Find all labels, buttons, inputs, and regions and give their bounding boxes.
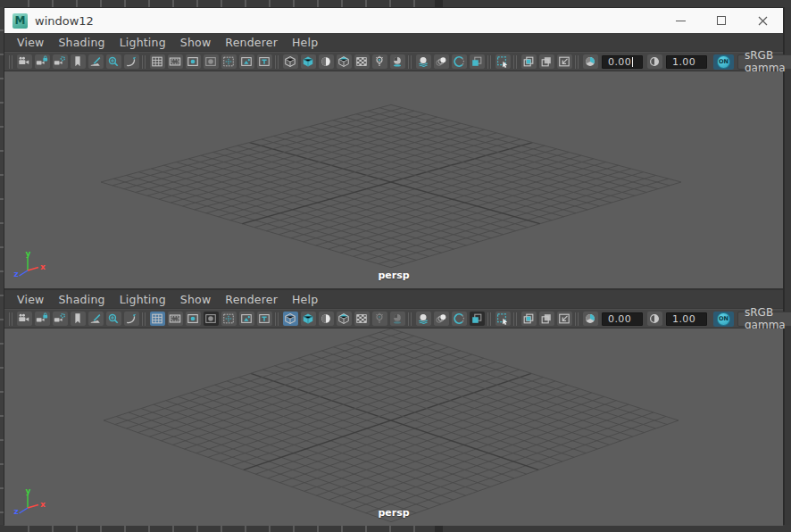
toolbar-button-pan-zoom-2d[interactable] <box>106 54 121 69</box>
gamma-field[interactable]: 1.00 <box>666 312 707 326</box>
toolbar-button-wireframe[interactable] <box>283 54 298 69</box>
toolbar-button-textured[interactable] <box>337 54 352 69</box>
toolbar-button-grease-pencil-draw[interactable] <box>124 312 139 326</box>
toolbar-grip[interactable] <box>513 55 518 69</box>
toolbar-grip[interactable] <box>408 312 412 326</box>
menu-item-show[interactable]: Show <box>173 36 219 49</box>
toolbar-button-field-chart[interactable] <box>221 312 237 326</box>
toolbar-button-gate-mask[interactable] <box>204 54 219 69</box>
toolbar-button-default-material[interactable] <box>319 54 334 69</box>
color-transform-select[interactable]: sRGB gamma <box>737 54 791 70</box>
toolbar-button-grease-pencil-draw[interactable] <box>124 54 139 69</box>
color-management-toggle[interactable]: ON <box>713 54 734 70</box>
toolbar-button-image-plane[interactable] <box>557 312 572 326</box>
toolbar-button-isolate-select[interactable] <box>495 54 511 69</box>
menu-item-lighting[interactable]: Lighting <box>112 36 173 49</box>
toolbar-button-anti-aliasing[interactable] <box>452 312 467 326</box>
toolbar-button-bookmark[interactable] <box>71 54 86 69</box>
toolbar-grip[interactable] <box>575 55 579 69</box>
toolbar-grip[interactable] <box>487 312 492 326</box>
toolbar-button-resolution-gate[interactable] <box>186 312 201 326</box>
viewport-bottom[interactable]: yxzpersp <box>4 328 783 526</box>
toolbar-button-smooth-shade[interactable] <box>301 312 316 326</box>
toolbar-button-film-gate[interactable] <box>168 54 183 69</box>
menu-item-help[interactable]: Help <box>285 36 325 49</box>
toolbar-button-textured[interactable] <box>337 312 352 326</box>
toolbar-grip[interactable] <box>142 312 146 326</box>
toolbar-button-pan-zoom-2d[interactable] <box>106 312 121 326</box>
toolbar-button-wireframe-on-shaded[interactable] <box>354 312 370 326</box>
gamma-field[interactable]: 1.00 <box>666 55 707 69</box>
toolbar-button-safe-action[interactable] <box>239 54 254 69</box>
toolbar-button-screen-space-ao[interactable] <box>416 54 431 69</box>
toolbar-grip[interactable] <box>275 312 279 326</box>
toolbar-button-shadows[interactable] <box>390 54 405 69</box>
menu-item-view[interactable]: View <box>10 36 51 49</box>
toolbar-button-film-gate[interactable] <box>168 312 183 326</box>
toolbar-button-tear-off-copy[interactable] <box>521 54 537 69</box>
toolbar-button-multisample[interactable] <box>470 54 485 69</box>
toolbar-button-tear-off[interactable] <box>539 312 554 326</box>
toolbar-button-shadows[interactable] <box>390 312 405 326</box>
toolbar-button-anti-aliasing[interactable] <box>452 54 467 69</box>
toolbar-button-lights[interactable] <box>372 54 387 69</box>
toolbar-button-default-material[interactable] <box>319 312 334 326</box>
toolbar-grip[interactable] <box>142 55 146 69</box>
toolbar-button-lights[interactable] <box>372 312 387 326</box>
toolbar-grip[interactable] <box>9 312 13 326</box>
toolbar-button-grease-pencil[interactable] <box>88 54 104 69</box>
toolbar-grip[interactable] <box>487 55 492 69</box>
exposure-field[interactable]: 0.00 <box>602 312 643 326</box>
toolbar-button-wireframe-on-shaded[interactable] <box>354 54 370 69</box>
toolbar-button-multisample[interactable] <box>470 312 485 326</box>
toolbar-grip[interactable] <box>513 312 518 326</box>
toolbar-button-camera-select[interactable] <box>17 54 32 69</box>
toolbar-button-motion-blur[interactable] <box>434 312 449 326</box>
toolbar-button-safe-action[interactable] <box>239 312 254 326</box>
toolbar-button-camera-attributes[interactable] <box>53 54 68 69</box>
toolbar-button-contrast[interactable] <box>647 312 662 326</box>
toolbar-button-resolution-gate[interactable] <box>186 54 201 69</box>
toolbar-grip[interactable] <box>408 55 412 69</box>
toolbar-button-bookmark[interactable] <box>71 312 86 326</box>
toolbar-button-safe-title[interactable] <box>257 312 272 326</box>
exposure-field[interactable]: 0.00 <box>602 55 643 69</box>
toolbar-button-exposure[interactable] <box>583 312 598 326</box>
menu-item-view[interactable]: View <box>10 293 51 306</box>
toolbar-button-gate-mask[interactable] <box>204 312 219 326</box>
toolbar-button-grid[interactable] <box>150 312 165 326</box>
toolbar-grip[interactable] <box>575 312 579 326</box>
menu-item-shading[interactable]: Shading <box>51 293 112 306</box>
toolbar-button-safe-title[interactable] <box>257 54 272 69</box>
toolbar-button-contrast[interactable] <box>647 54 662 69</box>
toolbar-button-isolate-select[interactable] <box>495 312 511 326</box>
toolbar-button-camera-lock[interactable] <box>35 312 50 326</box>
toolbar-button-camera-select[interactable] <box>17 312 32 326</box>
toolbar-button-wireframe[interactable] <box>283 312 298 326</box>
menu-item-shading[interactable]: Shading <box>51 36 112 49</box>
toolbar-button-tear-off[interactable] <box>539 54 554 69</box>
menu-item-help[interactable]: Help <box>285 293 325 306</box>
menu-item-lighting[interactable]: Lighting <box>112 293 173 306</box>
minimize-button[interactable] <box>660 8 701 33</box>
menu-item-show[interactable]: Show <box>173 293 219 306</box>
toolbar-grip[interactable] <box>9 55 13 69</box>
toolbar-button-smooth-shade[interactable] <box>301 54 316 69</box>
color-transform-select[interactable]: sRGB gamma <box>737 312 791 327</box>
toolbar-grip[interactable] <box>275 55 279 69</box>
maximize-button[interactable] <box>701 8 742 33</box>
toolbar-button-field-chart[interactable] <box>221 54 237 69</box>
menu-item-renderer[interactable]: Renderer <box>218 36 285 49</box>
toolbar-button-camera-lock[interactable] <box>35 54 50 69</box>
close-button[interactable] <box>742 8 783 33</box>
toolbar-button-grease-pencil[interactable] <box>88 312 104 326</box>
menu-item-renderer[interactable]: Renderer <box>218 293 285 306</box>
toolbar-button-screen-space-ao[interactable] <box>416 312 431 326</box>
toolbar-button-grid[interactable] <box>150 54 165 69</box>
toolbar-button-tear-off-copy[interactable] <box>521 312 537 326</box>
toolbar-button-exposure[interactable] <box>583 54 598 69</box>
toolbar-button-motion-blur[interactable] <box>434 54 449 69</box>
viewport-top[interactable]: yxzpersp <box>4 71 783 288</box>
color-management-toggle[interactable]: ON <box>713 312 734 327</box>
toolbar-button-image-plane[interactable] <box>557 54 572 69</box>
